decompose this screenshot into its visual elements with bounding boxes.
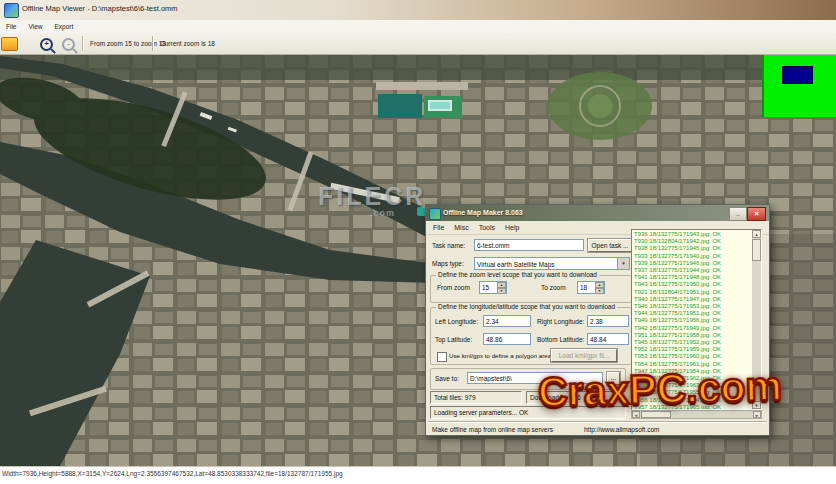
zoom-scope-group: Define the zoom level scope that you wan… (430, 275, 632, 303)
log-entry: T930 18/132804/171942.jpg: OK (634, 238, 751, 245)
log-entry: T936 18/132775/171943.jpg: OK (634, 231, 751, 238)
log-entry: T943 18/132775/171950.jpg: OK (634, 281, 751, 288)
from-zoom-label: From zoom (437, 284, 470, 291)
log-entry: T945 18/132775/171952.jpg: OK (634, 339, 751, 346)
dialog-title: Offline Map Maker 8.063 (443, 209, 523, 216)
right-longitude-input[interactable] (587, 315, 629, 327)
task-name-input[interactable] (474, 239, 584, 251)
log-entry: T938 18/132775/171945.jpg: OK (634, 245, 751, 252)
from-zoom-stepper[interactable]: 15 ▲▼ (479, 281, 507, 294)
zoom-in-glyph: + (42, 38, 51, 49)
zoom-out-glyph: - (64, 38, 73, 49)
viewport-rect (782, 66, 813, 84)
filecr-watermark-suffix: .com (370, 208, 395, 218)
scroll-up-icon[interactable]: ▲ (752, 230, 761, 238)
footer-url[interactable]: http://www.allmapsoft.com (584, 426, 660, 433)
menu-item[interactable]: Export (48, 20, 79, 33)
open-task-button[interactable]: Open task ... (588, 239, 632, 252)
task-name-label: Task name: (432, 242, 465, 249)
maps-type-label: Maps type: (432, 260, 464, 267)
bottom-latitude-label: Bottom Latitude: (537, 336, 584, 343)
left-longitude-label: Left Longitude: (435, 318, 478, 325)
total-tiles-panel: Total tiles: 979 (430, 391, 522, 404)
top-latitude-label: Top Latitude: (435, 336, 472, 343)
zoom-scope-title: Define the zoom level scope that you wan… (436, 271, 599, 278)
left-longitude-input[interactable] (483, 315, 531, 327)
log-entry: T944 18/132775/171951.jpg: OK (634, 310, 751, 317)
log-entry: T921 18/132804/171951.jpg: OK (634, 289, 751, 296)
dialog-title-bar[interactable]: Offline Map Maker 8.063 _ × (426, 205, 769, 221)
load-kml-button: Load kml/gpx fil... (551, 349, 617, 362)
log-entry: T940 18/132775/171947.jpg: OK (634, 296, 751, 303)
from-zoom-value: 15 (482, 284, 489, 291)
toolbar: + - From zoom 15 to zoom 18 Current zoom… (0, 33, 836, 55)
chevron-down-icon[interactable]: ▼ (617, 258, 629, 269)
close-button[interactable]: × (747, 207, 766, 221)
menu-bar: FileViewExport (0, 20, 836, 34)
log-entry: T933 18/132775/171940.jpg: OK (634, 253, 751, 260)
tree-band-top (0, 54, 836, 80)
window-title-bar[interactable]: Offline Map Viewer - D:\mapstest\6\6-tes… (0, 0, 836, 21)
toolbar-separator (152, 36, 153, 51)
dialog-menu-item[interactable]: Misc (449, 221, 473, 235)
current-zoom-label: Current zoom is 18 (160, 40, 215, 47)
spin-down-icon[interactable]: ▼ (497, 288, 506, 294)
log-entry: T941 18/132775/171948.jpg: OK (634, 274, 751, 281)
zoom-out-icon: - (62, 38, 75, 51)
garden-park (548, 72, 652, 140)
menu-item[interactable]: View (22, 20, 48, 33)
dialog-menu-item[interactable]: File (428, 221, 449, 235)
top-latitude-input[interactable] (483, 333, 531, 345)
to-zoom-value: 18 (580, 284, 587, 291)
status-bar-text: Width=7936,Height=5888,X=3154,Y=2624,Lng… (2, 470, 343, 477)
log-entry: T949 18/132775/171956.jpg: OK (634, 317, 751, 324)
bottom-latitude-input[interactable] (587, 333, 629, 345)
kml-checkbox-label: Use kml/gpx to define a polygon area (449, 352, 551, 359)
to-zoom-stepper[interactable]: 18 ▲▼ (577, 281, 605, 294)
window-title: Offline Map Viewer - D:\mapstest\6\6-tes… (22, 4, 178, 13)
latlng-scope-group: Define the longitude/latitude scope that… (430, 307, 632, 365)
right-longitude-label: Right Longitude: (537, 318, 584, 325)
zoom-range-label: From zoom 15 to zoom 18 (90, 40, 166, 47)
spin-down-icon[interactable]: ▼ (595, 288, 604, 294)
scroll-thumb[interactable] (752, 239, 761, 261)
log-entry: T951 18/132775/171958.jpg: OK (634, 332, 751, 339)
log-entry: T939 18/132775/171946.jpg: OK (634, 260, 751, 267)
maps-type-value: Virtual earth Satellite Maps (477, 261, 555, 268)
log-entry: T937 18/132775/171944.jpg: OK (634, 267, 751, 274)
overview-map[interactable] (762, 55, 836, 117)
log-entry: T942 18/132775/171949.jpg: OK (634, 325, 751, 332)
toolbar-separator (82, 36, 83, 51)
save-to-label: Save to: (435, 375, 459, 382)
footer-divider (428, 422, 767, 423)
maps-type-select[interactable]: Virtual earth Satellite Maps ▼ (474, 257, 630, 270)
to-zoom-label: To zoom (541, 284, 566, 291)
footer-text: Make offline map from online map servers (432, 426, 553, 433)
offline-map-viewer-window: Offline Map Viewer - D:\mapstest\6\6-tes… (0, 0, 836, 484)
open-folder-icon[interactable] (1, 37, 18, 51)
kml-polygon-checkbox[interactable] (437, 352, 447, 362)
zoom-in-icon[interactable]: + (40, 38, 53, 51)
scroll-right-icon[interactable]: ► (753, 411, 761, 418)
minimize-button[interactable]: _ (729, 207, 747, 221)
dialog-app-icon (429, 208, 441, 220)
log-entry: T946 18/132775/171953.jpg: OK (634, 303, 751, 310)
filecr-watermark: FILECR (318, 182, 426, 211)
app-icon (4, 3, 19, 18)
craxpc-watermark: CraxPC.com (537, 363, 782, 416)
status-bar: Width=7936,Height=5888,X=3154,Y=2624,Lng… (0, 466, 836, 484)
log-entry: T953 18/132775/171960.jpg: OK (634, 353, 751, 360)
latlng-scope-title: Define the longitude/latitude scope that… (436, 303, 617, 310)
menu-item[interactable]: File (0, 20, 22, 33)
dialog-menu-item[interactable]: Tools (474, 221, 500, 235)
sports-courts (376, 82, 468, 118)
dialog-menu-item[interactable]: Help (500, 221, 524, 235)
log-entry: T952 18/132775/171959.jpg: OK (634, 346, 751, 353)
